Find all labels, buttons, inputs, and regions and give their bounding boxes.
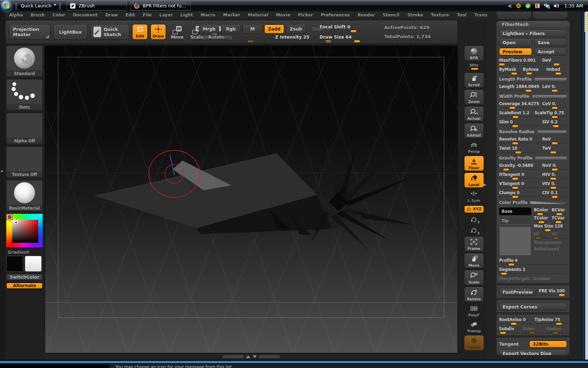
export-curves-button[interactable]: Export Curves (499, 303, 567, 311)
menu-marker[interactable]: Marker (219, 13, 244, 18)
rightshelf-rotate-button[interactable]: Rotate (464, 287, 484, 302)
slider-thumb[interactable] (550, 151, 556, 154)
taskbar-task-zbrush[interactable]: ZBrush (66, 1, 127, 11)
profile-curve-widget[interactable] (532, 95, 567, 98)
lightbox-fibers-button[interactable]: Lightbox▸Fibers (499, 29, 567, 37)
rightshelf-z-button[interactable]: Z (464, 225, 484, 236)
rightshelf-polyf-button[interactable]: PolyF (464, 304, 484, 318)
menu-brush[interactable]: Brush (27, 13, 49, 18)
slider-thumb[interactable] (512, 142, 518, 145)
slider-thumb[interactable] (509, 107, 516, 109)
slider-thumb[interactable] (512, 186, 518, 189)
fiber-color-preview[interactable] (499, 226, 531, 256)
rgb-button[interactable]: Rgb (221, 24, 241, 34)
menu-stencil[interactable]: Stencil (379, 13, 404, 18)
tray-divider-arrow-icon[interactable]: ▶ (484, 183, 486, 186)
taskbar-clock[interactable]: 1:35 AM (565, 3, 583, 8)
slider-thumb[interactable] (553, 237, 559, 240)
secondary-color-swatch[interactable] (25, 256, 42, 272)
fibermesh-title[interactable]: FiberMesh (497, 21, 569, 28)
accept-button[interactable]: Accept (534, 48, 567, 55)
scroll-dash-left[interactable] (223, 355, 244, 358)
color-picker[interactable] (6, 214, 43, 247)
slider-thumb[interactable] (550, 177, 556, 180)
partial-button-top-left[interactable] (497, 11, 531, 19)
preview-button[interactable]: Preview (499, 48, 532, 55)
rgb-intensity-slider[interactable]: Rgb Intensity (199, 34, 265, 42)
rightshelf-move-button[interactable]: Move (464, 253, 484, 268)
main-color-swatch[interactable] (6, 256, 23, 272)
slider-thumb[interactable] (515, 151, 522, 154)
open-button[interactable]: Open (499, 39, 532, 46)
fiber-slider-gravity[interactable]: Gravity -0.5686 (499, 163, 539, 170)
tray-collapse-chevron[interactable]: < (508, 3, 512, 9)
slider-thumb[interactable] (526, 72, 532, 75)
partial-button-top-right[interactable] (533, 11, 567, 19)
fiber-slider-clumps[interactable]: Clumps 0 (499, 190, 539, 197)
fiber-slider-htangent[interactable]: HTangent 0 (499, 172, 539, 179)
slider-thumb[interactable] (499, 63, 505, 66)
zadd-button[interactable]: Zadd (264, 24, 284, 34)
slider-thumb[interactable] (552, 196, 558, 198)
fiber-section-width-profile[interactable]: Width Profile (499, 94, 567, 99)
slider-thumb[interactable] (511, 72, 517, 75)
menu-layer[interactable]: Layer (155, 13, 176, 18)
fiber-slider-slim[interactable]: Slim 0 (499, 120, 539, 127)
tray-slot-basicmaterial[interactable]: BasicMaterial (6, 180, 43, 211)
m-button[interactable]: M (243, 24, 262, 34)
fiber-slider-ht[interactable]: Ht (534, 232, 549, 239)
menu-file[interactable]: File (139, 13, 155, 18)
slider-thumb[interactable] (538, 221, 545, 224)
fiber-slider-dev[interactable]: DeV (542, 58, 567, 65)
fiber-slider-nov[interactable]: NoV 0. (542, 163, 567, 170)
spix-slider-track[interactable] (467, 69, 481, 69)
start-button[interactable] (1, 0, 12, 11)
fiber-slider-max-size[interactable]: Max Size 128 (534, 224, 567, 231)
slider-thumb[interactable] (537, 213, 543, 216)
fiber-slider-coverage[interactable]: Coverage 34.6275 (499, 101, 539, 108)
slider-thumb[interactable] (556, 322, 562, 325)
slider-thumb[interactable] (501, 272, 507, 275)
fiber-slider-rootaniso[interactable]: RootAniso 0 (499, 317, 532, 324)
fiber-slider-clv[interactable]: ClV 0.1 (542, 190, 567, 197)
rightshelf-xyz-button[interactable]: XYZ (464, 205, 484, 213)
fiber-slider-imbed[interactable]: Imbed (546, 67, 567, 74)
slider-thumb[interactable] (512, 177, 518, 180)
projection-master-button[interactable]: Projection Master (9, 24, 50, 40)
fiber-slider-bcolor[interactable]: BColor (534, 207, 549, 214)
fiber-slider-scaletip[interactable]: ScaleTip 0.75 (534, 110, 567, 117)
gradient-label[interactable]: Gradient (6, 249, 43, 255)
fiber-slider-sides[interactable]: Sides (523, 326, 543, 333)
quick-launch-overflow-chevron[interactable]: » (54, 2, 56, 7)
taskbar-task-bpr-filters-not-functi[interactable]: BPR Filters not functi... (131, 1, 191, 11)
fiber-slider-lev[interactable]: LeV 0. (542, 84, 567, 91)
rightshelf-local-button[interactable]: Local (464, 172, 484, 188)
fiber-slider-profile[interactable]: Profile 4 (499, 258, 567, 265)
fiber-slider-tcvar[interactable]: TCVar (552, 216, 567, 223)
rightshelf-zoom-button[interactable]: Zoom (464, 89, 484, 105)
green-check-icon[interactable] (525, 2, 531, 9)
slider-thumb[interactable] (471, 68, 478, 70)
slider-thumb[interactable] (512, 125, 518, 128)
fiber-tip-color-swatch[interactable]: Tip (499, 217, 531, 225)
fiber-slider-vt[interactable]: Vt (552, 232, 567, 239)
alternate-button[interactable]: Alternate (6, 282, 43, 289)
slider-thumb[interactable] (535, 237, 541, 240)
rightshelf-scale-button[interactable]: Scale (464, 270, 484, 285)
save-button[interactable]: Save (534, 39, 567, 46)
slider-thumb[interactable] (512, 116, 519, 118)
menu-stroke[interactable]: Stroke (403, 13, 427, 18)
network-icon[interactable] (544, 2, 550, 9)
profile-curve-widget[interactable] (535, 156, 567, 160)
draw-button[interactable]: Draw (150, 24, 166, 40)
fiber-base-color-swatch[interactable]: Base (499, 207, 531, 215)
rightshelf-transp-button[interactable]: Transp (464, 319, 484, 334)
slider-thumb[interactable] (552, 142, 558, 145)
profile-curve-widget[interactable] (537, 130, 567, 134)
rightshelf-frame-button[interactable]: Frame (464, 236, 484, 252)
slider-thumb[interactable] (555, 221, 562, 224)
fiber-section-length-profile[interactable]: Length Profile (499, 77, 567, 82)
menu-alpha[interactable]: Alpha (5, 13, 27, 18)
switch-color-button[interactable]: SwitchColor (6, 274, 43, 280)
menu-texture[interactable]: Texture (427, 13, 453, 18)
